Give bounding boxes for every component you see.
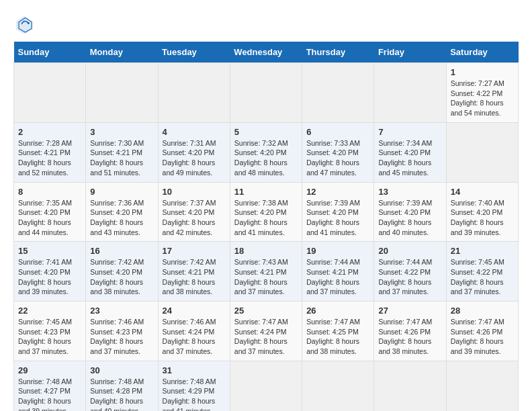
day-info: Sunrise: 7:39 AM Sunset: 4:20 PM Dayligh…: [378, 198, 441, 238]
calendar-cell: 5Sunrise: 7:32 AM Sunset: 4:20 PM Daylig…: [230, 122, 302, 182]
calendar-cell: 10Sunrise: 7:37 AM Sunset: 4:20 PM Dayli…: [158, 182, 230, 242]
calendar-week-row: 22Sunrise: 7:45 AM Sunset: 4:23 PM Dayli…: [14, 302, 519, 361]
day-number: 21: [451, 246, 514, 256]
day-number: 27: [378, 306, 441, 316]
calendar-cell: 11Sunrise: 7:38 AM Sunset: 4:20 PM Dayli…: [230, 182, 302, 242]
day-info: Sunrise: 7:44 AM Sunset: 4:21 PM Dayligh…: [306, 257, 369, 297]
calendar-cell: 8Sunrise: 7:35 AM Sunset: 4:20 PM Daylig…: [14, 182, 86, 242]
day-info: Sunrise: 7:47 AM Sunset: 4:26 PM Dayligh…: [378, 317, 441, 357]
day-number: 15: [18, 246, 81, 256]
day-number: 14: [451, 187, 514, 197]
weekday-header-tuesday: Tuesday: [158, 42, 230, 63]
day-info: Sunrise: 7:32 AM Sunset: 4:20 PM Dayligh…: [234, 138, 298, 178]
calendar-week-row: 1Sunrise: 7:27 AM Sunset: 4:22 PM Daylig…: [14, 63, 519, 123]
calendar-week-row: 29Sunrise: 7:48 AM Sunset: 4:27 PM Dayli…: [14, 361, 519, 411]
day-number: 3: [90, 127, 153, 137]
logo-icon: [13, 13, 35, 35]
day-number: 5: [234, 127, 298, 137]
day-info: Sunrise: 7:36 AM Sunset: 4:20 PM Dayligh…: [90, 198, 153, 238]
day-number: 19: [306, 246, 369, 256]
day-info: Sunrise: 7:45 AM Sunset: 4:22 PM Dayligh…: [451, 257, 514, 297]
calendar-cell: 31Sunrise: 7:48 AM Sunset: 4:29 PM Dayli…: [158, 361, 230, 411]
calendar-header-row: SundayMondayTuesdayWednesdayThursdayFrid…: [14, 42, 519, 63]
day-info: Sunrise: 7:44 AM Sunset: 4:22 PM Dayligh…: [378, 257, 441, 297]
day-number: 6: [306, 127, 369, 137]
calendar-cell: [374, 361, 446, 411]
calendar-cell: 28Sunrise: 7:47 AM Sunset: 4:26 PM Dayli…: [446, 302, 518, 361]
calendar-week-row: 2Sunrise: 7:28 AM Sunset: 4:21 PM Daylig…: [14, 122, 519, 182]
day-info: Sunrise: 7:46 AM Sunset: 4:24 PM Dayligh…: [163, 317, 226, 357]
day-info: Sunrise: 7:40 AM Sunset: 4:20 PM Dayligh…: [451, 198, 514, 238]
logo: [13, 13, 38, 35]
calendar-cell: 19Sunrise: 7:44 AM Sunset: 4:21 PM Dayli…: [302, 242, 374, 302]
calendar-cell: [302, 361, 374, 411]
day-number: 12: [306, 187, 369, 197]
weekday-header-saturday: Saturday: [446, 42, 518, 63]
day-info: Sunrise: 7:34 AM Sunset: 4:20 PM Dayligh…: [378, 138, 441, 178]
day-info: Sunrise: 7:46 AM Sunset: 4:23 PM Dayligh…: [90, 317, 153, 357]
day-info: Sunrise: 7:38 AM Sunset: 4:20 PM Dayligh…: [234, 198, 298, 238]
day-number: 2: [18, 127, 81, 137]
day-info: Sunrise: 7:35 AM Sunset: 4:20 PM Dayligh…: [18, 198, 81, 238]
day-number: 17: [163, 246, 226, 256]
calendar-cell: [374, 63, 446, 123]
calendar-cell: 30Sunrise: 7:48 AM Sunset: 4:28 PM Dayli…: [86, 361, 158, 411]
calendar-cell: [230, 63, 302, 123]
day-info: Sunrise: 7:42 AM Sunset: 4:21 PM Dayligh…: [163, 257, 226, 297]
day-info: Sunrise: 7:31 AM Sunset: 4:20 PM Dayligh…: [163, 138, 226, 178]
day-info: Sunrise: 7:39 AM Sunset: 4:20 PM Dayligh…: [306, 198, 369, 238]
calendar-cell: 15Sunrise: 7:41 AM Sunset: 4:20 PM Dayli…: [14, 242, 86, 302]
calendar-cell: [14, 63, 86, 123]
calendar-cell: 16Sunrise: 7:42 AM Sunset: 4:20 PM Dayli…: [86, 242, 158, 302]
weekday-header-thursday: Thursday: [302, 42, 374, 63]
calendar-cell: 4Sunrise: 7:31 AM Sunset: 4:20 PM Daylig…: [158, 122, 230, 182]
day-number: 31: [163, 365, 226, 375]
calendar-cell: 12Sunrise: 7:39 AM Sunset: 4:20 PM Dayli…: [302, 182, 374, 242]
calendar-cell: [158, 63, 230, 123]
day-number: 1: [451, 67, 514, 77]
calendar-cell: 13Sunrise: 7:39 AM Sunset: 4:20 PM Dayli…: [374, 182, 446, 242]
day-number: 4: [163, 127, 226, 137]
day-info: Sunrise: 7:48 AM Sunset: 4:29 PM Dayligh…: [163, 377, 226, 411]
day-number: 29: [18, 365, 81, 375]
weekday-header-wednesday: Wednesday: [230, 42, 302, 63]
day-info: Sunrise: 7:47 AM Sunset: 4:26 PM Dayligh…: [451, 317, 514, 357]
day-info: Sunrise: 7:28 AM Sunset: 4:21 PM Dayligh…: [18, 138, 81, 178]
day-info: Sunrise: 7:45 AM Sunset: 4:23 PM Dayligh…: [18, 317, 81, 357]
day-number: 9: [90, 187, 153, 197]
day-number: 30: [90, 365, 153, 375]
calendar-cell: 27Sunrise: 7:47 AM Sunset: 4:26 PM Dayli…: [374, 302, 446, 361]
day-number: 28: [451, 306, 514, 316]
svg-point-2: [28, 22, 30, 24]
day-number: 16: [90, 246, 153, 256]
day-number: 20: [378, 246, 441, 256]
day-info: Sunrise: 7:37 AM Sunset: 4:20 PM Dayligh…: [163, 198, 226, 238]
day-number: 22: [18, 306, 81, 316]
day-info: Sunrise: 7:41 AM Sunset: 4:20 PM Dayligh…: [18, 257, 81, 297]
day-info: Sunrise: 7:48 AM Sunset: 4:27 PM Dayligh…: [18, 377, 81, 411]
calendar-week-row: 15Sunrise: 7:41 AM Sunset: 4:20 PM Dayli…: [14, 242, 519, 302]
calendar-cell: 7Sunrise: 7:34 AM Sunset: 4:20 PM Daylig…: [374, 122, 446, 182]
calendar-table: SundayMondayTuesdayWednesdayThursdayFrid…: [13, 42, 519, 411]
calendar-week-row: 8Sunrise: 7:35 AM Sunset: 4:20 PM Daylig…: [14, 182, 519, 242]
calendar-cell: 20Sunrise: 7:44 AM Sunset: 4:22 PM Dayli…: [374, 242, 446, 302]
day-number: 10: [163, 187, 226, 197]
calendar-cell: 1Sunrise: 7:27 AM Sunset: 4:22 PM Daylig…: [446, 63, 518, 123]
day-info: Sunrise: 7:27 AM Sunset: 4:22 PM Dayligh…: [451, 79, 514, 118]
day-number: 26: [306, 306, 369, 316]
day-info: Sunrise: 7:47 AM Sunset: 4:25 PM Dayligh…: [306, 317, 369, 357]
day-info: Sunrise: 7:48 AM Sunset: 4:28 PM Dayligh…: [90, 377, 153, 411]
calendar-cell: [86, 63, 158, 123]
calendar-cell: 25Sunrise: 7:47 AM Sunset: 4:24 PM Dayli…: [230, 302, 302, 361]
calendar-cell: 22Sunrise: 7:45 AM Sunset: 4:23 PM Dayli…: [14, 302, 86, 361]
calendar-cell: 26Sunrise: 7:47 AM Sunset: 4:25 PM Dayli…: [302, 302, 374, 361]
day-number: 23: [90, 306, 153, 316]
day-info: Sunrise: 7:47 AM Sunset: 4:24 PM Dayligh…: [234, 317, 298, 357]
calendar-cell: 6Sunrise: 7:33 AM Sunset: 4:20 PM Daylig…: [302, 122, 374, 182]
calendar-cell: [302, 63, 374, 123]
day-number: 25: [234, 306, 298, 316]
day-number: 8: [18, 187, 81, 197]
calendar-cell: 21Sunrise: 7:45 AM Sunset: 4:22 PM Dayli…: [446, 242, 518, 302]
day-number: 24: [163, 306, 226, 316]
weekday-header-sunday: Sunday: [14, 42, 86, 63]
